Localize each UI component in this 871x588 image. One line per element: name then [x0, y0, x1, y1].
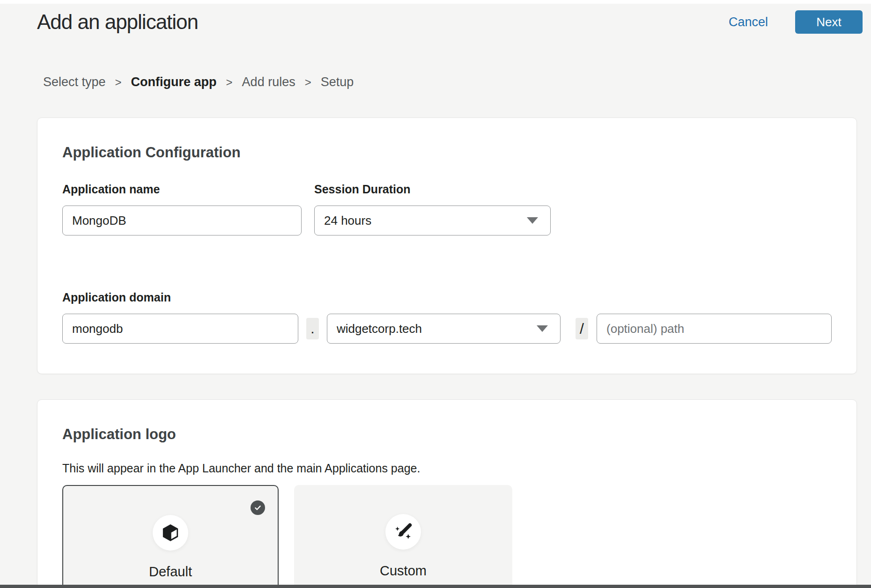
page-background: Add an application Cancel Next Select ty… — [0, 4, 871, 588]
bottom-window-edge — [0, 585, 871, 588]
breadcrumb-separator-icon: > — [305, 76, 311, 89]
next-button[interactable]: Next — [795, 10, 863, 34]
subdomain-input[interactable] — [62, 314, 298, 344]
session-duration-label: Session Duration — [314, 183, 551, 196]
default-logo-circle — [153, 515, 188, 551]
session-duration-select[interactable]: 24 hours — [314, 206, 551, 235]
check-icon — [251, 500, 265, 515]
custom-logo-circle — [385, 514, 421, 550]
logo-option-custom-label: Custom — [380, 563, 427, 579]
breadcrumb-step-select-type[interactable]: Select type — [43, 75, 106, 89]
chevron-down-icon — [527, 217, 538, 224]
domain-select-value: widgetcorp.tech — [337, 322, 422, 336]
paintbrush-icon — [392, 521, 414, 543]
breadcrumb-separator-icon: > — [115, 76, 122, 89]
domain-select[interactable]: widgetcorp.tech — [327, 314, 561, 344]
app-logo-description: This will appear in the App Launcher and… — [62, 462, 832, 475]
path-input[interactable] — [597, 314, 832, 344]
breadcrumb: Select type > Configure app > Add rules … — [43, 75, 863, 89]
logo-option-default[interactable]: Default — [62, 485, 279, 588]
logo-option-default-label: Default — [149, 564, 192, 580]
breadcrumb-separator-icon: > — [226, 76, 233, 89]
page-header: Add an application Cancel Next — [37, 4, 863, 34]
session-duration-field-group: Session Duration 24 hours — [314, 183, 551, 235]
app-config-card: Application Configuration Application na… — [37, 118, 857, 374]
application-domain-label: Application domain — [62, 291, 832, 304]
header-actions: Cancel Next — [729, 10, 863, 34]
app-logo-card: Application logo This will appear in the… — [37, 399, 857, 588]
page-title: Add an application — [37, 10, 198, 34]
app-config-heading: Application Configuration — [62, 144, 832, 161]
application-domain-field-group: Application domain . widgetcorp.tech / — [62, 291, 832, 344]
app-logo-heading: Application logo — [62, 426, 832, 443]
slash-separator: / — [576, 318, 588, 339]
logo-option-custom[interactable]: Custom — [294, 485, 512, 588]
application-name-input[interactable] — [62, 206, 302, 235]
breadcrumb-step-configure-app[interactable]: Configure app — [131, 75, 217, 89]
cancel-button[interactable]: Cancel — [729, 15, 768, 29]
cube-icon — [160, 522, 181, 543]
dot-separator: . — [306, 318, 319, 339]
session-duration-value: 24 hours — [324, 213, 371, 228]
application-name-label: Application name — [62, 183, 302, 196]
chevron-down-icon — [537, 325, 548, 332]
application-name-field-group: Application name — [62, 183, 302, 235]
breadcrumb-step-setup[interactable]: Setup — [321, 75, 354, 89]
breadcrumb-step-add-rules[interactable]: Add rules — [242, 75, 295, 89]
